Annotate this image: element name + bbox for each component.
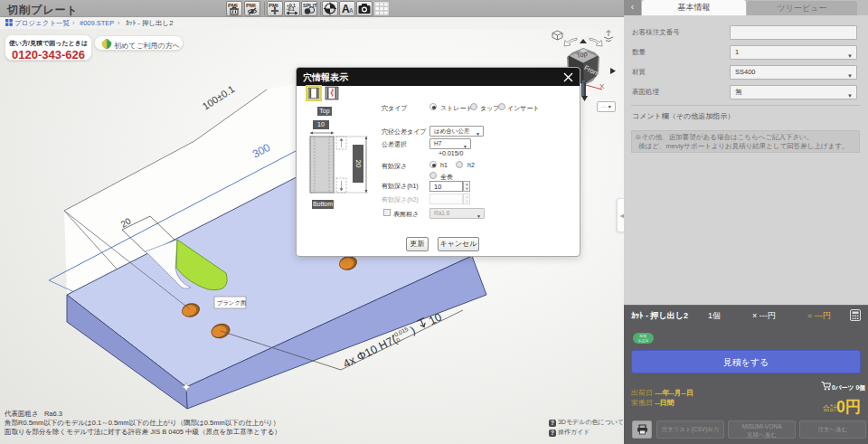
svg-text:): ) bbox=[409, 324, 418, 336]
svg-text:100±0.1: 100±0.1 bbox=[201, 83, 237, 112]
svg-text:-0.1: -0.1 bbox=[287, 6, 295, 12]
svg-text:X: X bbox=[599, 82, 605, 90]
svg-text:PMI: PMI bbox=[246, 3, 256, 8]
svg-text:20: 20 bbox=[354, 160, 363, 168]
svg-text:ブランク面: ブランク面 bbox=[217, 299, 248, 306]
svg-text:A: A bbox=[349, 7, 354, 14]
svg-text:PMI: PMI bbox=[269, 3, 278, 8]
